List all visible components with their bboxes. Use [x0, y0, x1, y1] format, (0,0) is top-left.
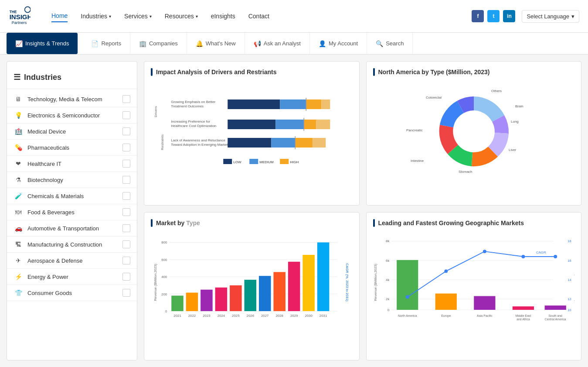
sidebar-item-label: Food & Beverages: [27, 209, 122, 216]
sidebar-icon: 🧪: [14, 192, 23, 199]
sidebar-checkbox[interactable]: [122, 208, 130, 216]
sidebar-item-label: Consumer Goods: [27, 290, 122, 296]
sidebar-checkbox[interactable]: [122, 192, 130, 200]
sidebar-item-healthcare-it[interactable]: ❤ Healthcare IT: [7, 156, 137, 172]
main-content: ☰ Industries 🖥 Technology, Media & Telec…: [0, 55, 588, 367]
sidebar-item-aerospace---defense[interactable]: ✈ Aerospace & Defense: [7, 253, 137, 269]
twitter-icon[interactable]: t: [487, 10, 500, 22]
nav-services[interactable]: Services: [124, 13, 152, 20]
svg-rect-57: [201, 289, 213, 311]
svg-text:200: 200: [161, 292, 167, 296]
sidebar-checkbox[interactable]: [122, 127, 130, 135]
subnav-whats-new[interactable]: 🔔 What's New: [187, 33, 245, 54]
svg-text:CAGR (%, 2023 to 2031): CAGR (%, 2023 to 2031): [574, 263, 574, 302]
sidebar-item-label: Healthcare IT: [27, 161, 122, 167]
svg-text:800: 800: [161, 240, 167, 244]
nav-einsights[interactable]: eInsights: [211, 10, 235, 22]
sidebar-item-label: Chemicals & Materials: [27, 193, 122, 199]
donut-svg: Others Brain Lung Liver Stomach Intestin…: [400, 81, 548, 177]
svg-rect-16: [275, 120, 304, 129]
svg-text:South and: South and: [548, 314, 562, 317]
nav-industries[interactable]: Industries: [81, 13, 111, 20]
sidebar-item-label: Energy & Power: [27, 274, 122, 280]
sidebar-checkbox[interactable]: [122, 95, 130, 103]
sidebar-item-energy---power[interactable]: ⚡ Energy & Power: [7, 269, 137, 285]
svg-text:0: 0: [165, 309, 167, 313]
ask-analyst-icon: 📢: [254, 40, 261, 47]
nav-contact[interactable]: Contact: [248, 10, 269, 22]
impact-analysis-card: Impact Analysis of Drivers and Restriant…: [144, 61, 360, 206]
sidebar-item-medical-device[interactable]: 🏥 Medical Device: [7, 123, 137, 140]
sidebar-checkbox[interactable]: [122, 240, 130, 248]
sidebar-item-label: Pharmaceuticals: [27, 144, 122, 151]
svg-text:Others: Others: [491, 89, 502, 93]
svg-rect-73: [317, 242, 330, 311]
subnav-ask-analyst[interactable]: 📢 Ask an Analyst: [245, 33, 310, 54]
svg-text:Treatment Outcomes: Treatment Outcomes: [171, 104, 204, 108]
header: THE INSIGHT Partners Home Industries Ser…: [0, 0, 588, 33]
charts-area: Impact Analysis of Drivers and Restriant…: [144, 61, 581, 360]
subnav-companies[interactable]: 🏢 Companies: [130, 33, 187, 54]
facebook-icon[interactable]: f: [472, 10, 484, 22]
search-icon: 🔍: [376, 40, 383, 47]
sidebar-icon: 👕: [14, 289, 23, 296]
svg-text:14: 14: [567, 278, 571, 282]
companies-icon: 🏢: [139, 40, 146, 47]
svg-text:Brain: Brain: [515, 104, 523, 108]
svg-rect-24: [295, 138, 313, 147]
nav-home[interactable]: Home: [51, 10, 68, 22]
svg-point-102: [521, 255, 525, 258]
svg-rect-11: [321, 99, 330, 109]
subnav-search[interactable]: 🔍 Search: [367, 33, 413, 54]
sidebar-icon: 💊: [14, 144, 23, 151]
sidebar-item-biotechnology[interactable]: ⚗ Biotechnology: [7, 172, 137, 188]
subnav-insights-trends[interactable]: 📈 Insights & Trends: [7, 33, 78, 54]
svg-rect-87: [397, 260, 418, 309]
geo-chart-card: Leading and Fastest Growing Geographic M…: [366, 212, 582, 361]
sidebar-checkbox[interactable]: [122, 273, 130, 281]
language-selector[interactable]: Select Language ▾: [522, 10, 579, 23]
sidebar-item-automotive---transportation[interactable]: 🚗 Automotive & Transportation: [7, 220, 137, 237]
svg-rect-27: [223, 159, 232, 164]
subnav-companies-label: Companies: [149, 40, 178, 47]
sidebar-icon: 🏗: [14, 241, 23, 248]
sidebar-checkbox[interactable]: [122, 289, 130, 297]
sidebar-item-label: Automotive & Transportation: [27, 225, 122, 232]
svg-text:Toward Adoption in Emerging Ma: Toward Adoption in Emerging Markets: [171, 143, 230, 147]
bar-market-title: Market by Type: [151, 219, 353, 227]
svg-text:CAGR: CAGR: [536, 250, 546, 254]
sidebar-checkbox[interactable]: [122, 224, 130, 232]
svg-rect-17: [304, 120, 316, 129]
svg-point-101: [483, 250, 486, 253]
svg-text:Stomach: Stomach: [459, 170, 472, 174]
sidebar-item-manufacturing---construction[interactable]: 🏗 Manufacturing & Construction: [7, 237, 137, 253]
svg-text:18: 18: [567, 239, 571, 243]
sidebar-icon: 🚗: [14, 225, 23, 232]
sidebar-checkbox[interactable]: [122, 176, 130, 184]
chevron-down-icon: ▾: [571, 13, 574, 20]
subnav-search-label: Search: [386, 40, 404, 47]
sidebar-item-chemicals---materials[interactable]: 🧪 Chemicals & Materials: [7, 188, 137, 204]
logo[interactable]: THE INSIGHT Partners: [9, 5, 34, 27]
svg-text:North America: North America: [398, 314, 417, 317]
svg-rect-53: [171, 295, 184, 311]
svg-point-33: [456, 114, 491, 149]
sidebar-checkbox[interactable]: [122, 111, 130, 119]
sidebar-item-food---beverages[interactable]: 🍽 Food & Beverages: [7, 204, 137, 220]
sidebar-items: 🖥 Technology, Media & Telecom 💡 Electron…: [7, 91, 137, 301]
sidebar-item-consumer-goods[interactable]: 👕 Consumer Goods: [7, 285, 137, 301]
svg-text:Increasing Preference for: Increasing Preference for: [171, 120, 210, 123]
sidebar-checkbox[interactable]: [122, 160, 130, 168]
sidebar-checkbox[interactable]: [122, 144, 130, 151]
sidebar-icon: ⚗: [14, 176, 23, 183]
linkedin-icon[interactable]: in: [503, 10, 515, 22]
svg-rect-67: [273, 272, 286, 311]
subnav-reports[interactable]: 📄 Reports: [82, 33, 130, 54]
sidebar-item-technology--media---telecom[interactable]: 🖥 Technology, Media & Telecom: [7, 91, 137, 107]
sidebar-item-pharmaceuticals[interactable]: 💊 Pharmaceuticals: [7, 140, 137, 156]
nav-resources[interactable]: Resources: [165, 13, 198, 20]
language-label: Select Language: [527, 13, 569, 20]
sidebar-checkbox[interactable]: [122, 257, 130, 264]
subnav-my-account[interactable]: 👤 My Account: [310, 33, 367, 54]
sidebar-item-electronics---semiconductor[interactable]: 💡 Electronics & Semiconductor: [7, 107, 137, 123]
